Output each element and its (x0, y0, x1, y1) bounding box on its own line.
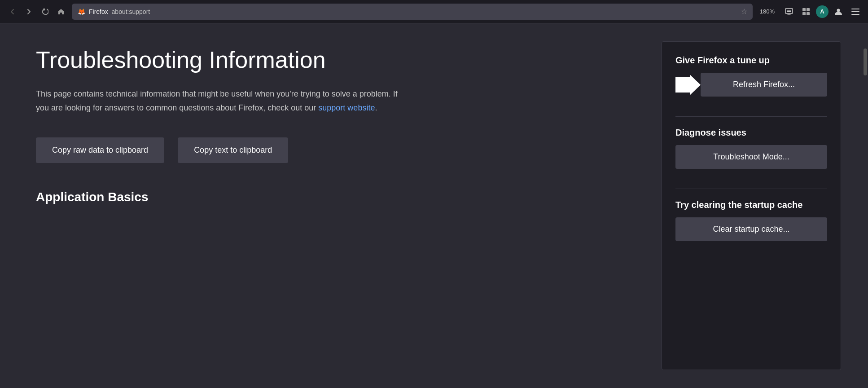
tune-up-section: Give Firefox a tune up Refresh Firefox..… (675, 55, 827, 97)
refresh-row: Refresh Firefox... (675, 73, 827, 97)
main-content-area: Troubleshooting Information This page co… (0, 23, 653, 388)
scrollbar-track (863, 47, 868, 388)
clear-cache-title: Try clearing the startup cache (675, 200, 827, 210)
svg-rect-1 (787, 10, 791, 11)
clear-startup-cache-button[interactable]: Clear startup cache... (675, 217, 827, 241)
app-basics-title: Application Basics (36, 190, 617, 204)
divider-2 (675, 189, 827, 189)
svg-rect-8 (851, 9, 859, 9)
back-button[interactable] (5, 4, 20, 19)
support-link[interactable]: support website (318, 103, 375, 112)
troubleshoot-mode-button[interactable]: Troubleshoot Mode... (675, 145, 827, 169)
page-title: Troubleshooting Information (36, 46, 617, 74)
svg-rect-0 (785, 9, 793, 13)
scrollbar-thumb[interactable] (864, 48, 867, 75)
browser-chrome: 🦊 Firefox about:support ☆ 180% A (0, 0, 868, 23)
zoom-level: 180% (756, 8, 778, 15)
address-bar[interactable]: 🦊 Firefox about:support ☆ (72, 4, 753, 20)
clear-cache-section: Try clearing the startup cache Clear sta… (675, 200, 827, 241)
svg-point-7 (837, 9, 840, 12)
svg-rect-4 (807, 8, 810, 11)
page-description: This page contains technical information… (36, 87, 404, 115)
tune-up-title: Give Firefox a tune up (675, 55, 827, 66)
firefox-icon: 🦊 (77, 8, 85, 16)
avatar-button[interactable]: A (816, 5, 829, 18)
containers-button[interactable] (799, 4, 813, 19)
diagnose-section: Diagnose issues Troubleshoot Mode... (675, 128, 827, 169)
nav-buttons (5, 4, 68, 19)
address-text: Firefox about:support (89, 8, 737, 15)
svg-rect-5 (802, 12, 806, 15)
svg-rect-6 (807, 12, 810, 15)
refresh-firefox-button[interactable]: Refresh Firefox... (701, 73, 827, 97)
menu-button[interactable] (848, 4, 863, 19)
home-button[interactable] (54, 4, 68, 19)
toolbar-right: A (782, 4, 863, 19)
svg-marker-11 (675, 75, 701, 95)
bookmark-star-button[interactable]: ☆ (741, 7, 747, 16)
svg-rect-2 (787, 11, 791, 12)
reload-button[interactable] (38, 4, 52, 19)
divider-1 (675, 116, 827, 117)
forward-button[interactable] (22, 4, 36, 19)
diagnose-title: Diagnose issues (675, 128, 827, 138)
svg-rect-10 (851, 14, 859, 15)
svg-rect-3 (802, 8, 806, 11)
action-buttons: Copy raw data to clipboard Copy text to … (36, 137, 617, 163)
right-arrow-icon (675, 75, 701, 95)
sidebar-panel: Give Firefox a tune up Refresh Firefox..… (662, 41, 841, 370)
svg-rect-9 (851, 11, 859, 12)
profile-button[interactable] (831, 4, 846, 19)
copy-raw-data-button[interactable]: Copy raw data to clipboard (36, 137, 164, 163)
copy-text-button[interactable]: Copy text to clipboard (178, 137, 288, 163)
page-content: Troubleshooting Information This page co… (0, 23, 868, 388)
synced-tabs-button[interactable] (782, 4, 796, 19)
